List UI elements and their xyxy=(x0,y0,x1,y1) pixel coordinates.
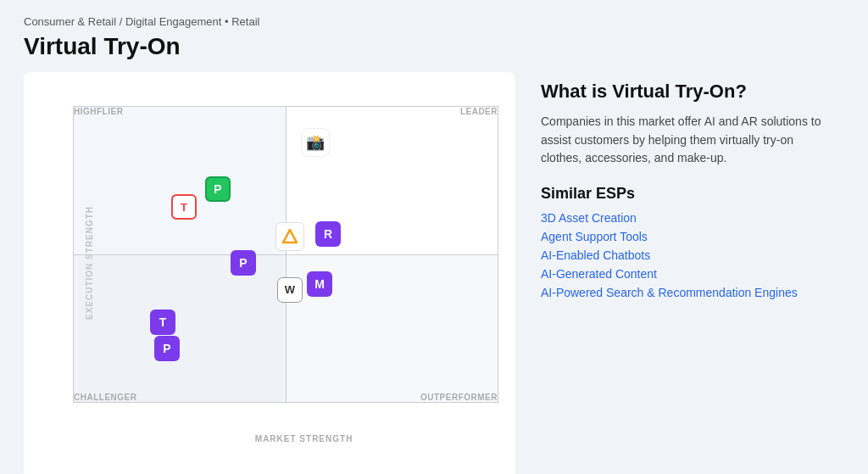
esp-link[interactable]: AI-Enabled Chatbots xyxy=(541,248,836,262)
quadrant-grid: EXECUTION STRENGTH HIGHFLIER LEADER CHAL… xyxy=(56,81,507,445)
svg-marker-0 xyxy=(283,230,297,243)
similar-esps-title: Similar ESPs xyxy=(541,185,836,203)
marker-parfait[interactable]: P xyxy=(205,176,231,202)
page-title: Virtual Try-On xyxy=(24,33,844,60)
quad-v-line xyxy=(286,107,287,402)
corner-label-leader: LEADER xyxy=(460,107,498,116)
esp-link[interactable]: 3D Asset Creation xyxy=(541,211,836,225)
marker-tryon1[interactable]: T xyxy=(171,194,197,220)
marker-revieve[interactable]: R xyxy=(315,221,341,247)
esp-link[interactable]: AI-Powered Search & Recommendation Engin… xyxy=(541,286,836,299)
marker-w[interactable]: W xyxy=(277,277,303,303)
quadrant-inner: HIGHFLIER LEADER CHALLENGER OUTPERFORMER… xyxy=(73,106,498,403)
esp-link[interactable]: Agent Support Tools xyxy=(541,230,836,243)
breadcrumb: Consumer & Retail / Digital Engagement •… xyxy=(24,15,844,28)
corner-label-highflier: HIGHFLIER xyxy=(74,107,123,116)
esp-links-list: 3D Asset CreationAgent Support ToolsAI-E… xyxy=(541,211,836,299)
corner-label-challenger: CHALLENGER xyxy=(74,393,136,402)
info-description: Companies in this market offer AI and AR… xyxy=(541,113,836,168)
marker-snap[interactable]: 📸 xyxy=(301,128,330,157)
info-panel: What is Virtual Try-On? Companies in thi… xyxy=(541,72,844,474)
info-title: What is Virtual Try-On? xyxy=(541,81,836,103)
quad-shade-tl xyxy=(74,107,286,254)
corner-label-outperformer: OUTPERFORMER xyxy=(420,393,498,402)
arka-icon xyxy=(281,228,298,245)
breadcrumb-text: Consumer & Retail / Digital Engagement •… xyxy=(24,15,259,28)
marker-p2[interactable]: P xyxy=(154,336,180,361)
main-content: EXECUTION STRENGTH HIGHFLIER LEADER CHAL… xyxy=(24,72,844,474)
marker-t2[interactable]: T xyxy=(150,309,175,335)
marker-platform1[interactable]: P xyxy=(231,250,256,276)
quad-shade-bl xyxy=(74,254,286,402)
esp-link[interactable]: AI-Generated Content xyxy=(541,267,836,281)
chart-area: EXECUTION STRENGTH HIGHFLIER LEADER CHAL… xyxy=(24,72,515,474)
marker-m[interactable]: M xyxy=(307,271,332,297)
marker-arka[interactable] xyxy=(275,222,304,251)
axis-label-x: MARKET STRENGTH xyxy=(255,434,353,443)
